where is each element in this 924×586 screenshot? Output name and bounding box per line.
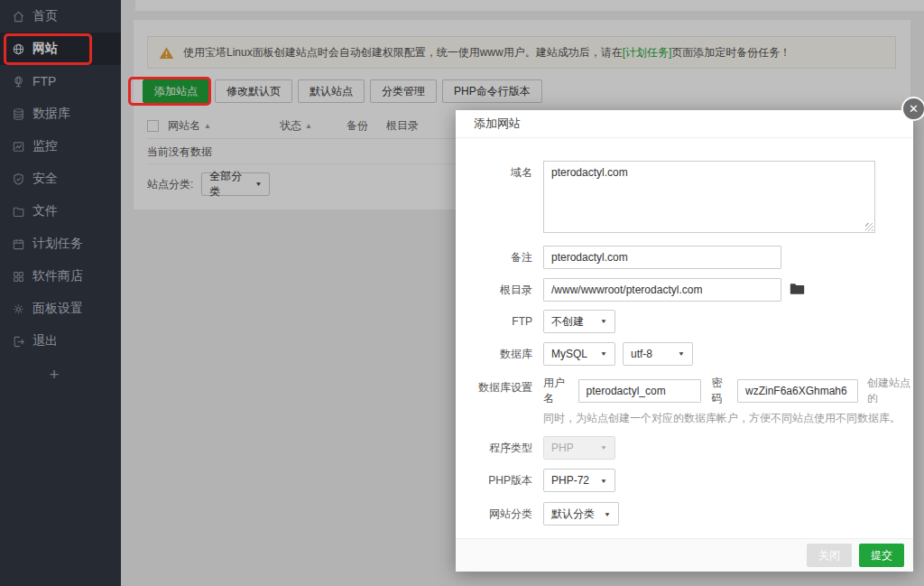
rootdir-input[interactable] (543, 278, 781, 302)
php-version-row: PHP版本 PHP-72 ▼ (456, 469, 913, 492)
domain-row: 域名 pterodactyl.com (456, 161, 913, 233)
modal-body: 域名 pterodactyl.com 备注 根目录 FTP 不创建 ▼ (456, 138, 913, 526)
caret-down-icon: ▼ (604, 510, 611, 516)
php-version-select[interactable]: PHP-72 ▼ (543, 469, 615, 492)
database-row: 数据库 MySQL ▼ utf-8 ▼ (456, 342, 913, 366)
rootdir-row: 根目录 (456, 278, 913, 302)
modal-title: 添加网站 (456, 110, 913, 138)
ftp-row: FTP 不创建 ▼ (456, 310, 913, 333)
add-website-modal: ✕ 添加网站 域名 pterodactyl.com 备注 根目录 FTP (456, 110, 913, 572)
caret-down-icon: ▼ (600, 350, 607, 357)
close-icon[interactable]: ✕ (901, 97, 924, 121)
modal-site-category-select[interactable]: 默认分类 ▼ (543, 502, 619, 526)
caret-down-icon: ▼ (600, 477, 607, 483)
db-hint-side: 创建站点的 (867, 376, 913, 406)
db-username-label: 用户名 (543, 376, 571, 406)
close-button[interactable]: 关闭 (807, 544, 852, 567)
site-category-label: 网站分类 (456, 502, 543, 526)
database-charset-select[interactable]: utf-8 ▼ (623, 342, 693, 366)
screen: 首页 网站 FTP 数据库 监控 安全 文件 计划任务 (0, 0, 924, 586)
db-username-input[interactable] (578, 379, 701, 403)
db-password-label: 密码 (712, 376, 730, 406)
ftp-select[interactable]: 不创建 ▼ (543, 310, 615, 333)
modal-footer: 关闭 提交 (456, 538, 913, 572)
rootdir-label: 根目录 (456, 278, 543, 302)
ftp-label: FTP (456, 310, 543, 333)
db-settings-label: 数据库设置 (456, 376, 543, 406)
browse-folder-icon[interactable] (790, 283, 805, 302)
annotation-box-add-site (128, 77, 211, 106)
submit-button[interactable]: 提交 (859, 544, 904, 567)
db-hint-bottom: 同时，为站点创建一个对应的数据库帐户，方便不同站点使用不同数据库。 (543, 411, 913, 425)
app-type-label: 程序类型 (456, 436, 543, 460)
domain-label: 域名 (456, 161, 543, 233)
domain-textarea[interactable]: pterodactyl.com (543, 161, 875, 233)
database-label: 数据库 (456, 342, 543, 366)
caret-down-icon: ▼ (678, 350, 685, 357)
site-category-row: 网站分类 默认分类 ▼ (456, 502, 913, 526)
php-version-label: PHP版本 (456, 469, 543, 492)
db-settings-row: 数据库设置 用户名 密码 创建站点的 (456, 376, 913, 406)
note-row: 备注 (456, 246, 913, 269)
caret-down-icon: ▼ (600, 318, 607, 324)
app-type-row: 程序类型 PHP ▼ (456, 436, 913, 460)
annotation-box-website-menu (4, 33, 92, 65)
db-password-input[interactable] (737, 379, 858, 403)
database-engine-select[interactable]: MySQL ▼ (543, 342, 615, 366)
note-label: 备注 (456, 246, 543, 269)
note-input[interactable] (543, 246, 781, 269)
caret-down-icon: ▼ (600, 444, 607, 451)
app-type-select: PHP ▼ (543, 436, 615, 460)
